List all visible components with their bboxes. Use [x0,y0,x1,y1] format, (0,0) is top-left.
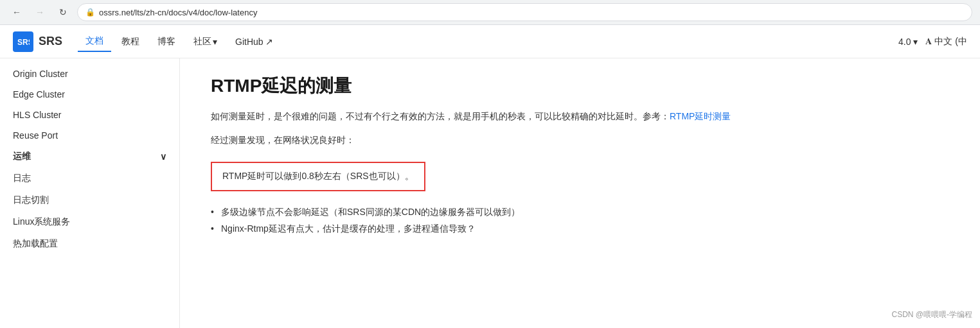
bullet-list: 多级边缘节点不会影响延迟（和SRS同源的某CDN的边缘服务器可以做到） Ngin… [211,204,949,237]
browser-chrome: ← → ↻ 🔒 ossrs.net/lts/zh-cn/docs/v4/doc/… [0,0,980,25]
sidebar-item-hot-reload[interactable]: 热加载配置 [0,233,179,255]
lang-text: 中文 (中 [934,36,967,47]
rtmp-link[interactable]: RTMP延时测量 [670,111,731,121]
page-title: RTMP延迟的测量 [211,74,949,98]
nav-right: 4.0 ▾ 𝐀 中文 (中 [898,36,967,47]
list-item: Nginx-Rtmp延迟有点大，估计是缓存的处理，多进程通信导致？ [211,221,949,237]
nav-github[interactable]: GitHub ↗ [227,33,281,51]
sidebar-section-ops[interactable]: 运维 ∨ [0,146,179,168]
sidebar-item-origin-cluster[interactable]: Origin Cluster [0,64,179,84]
srs-logo-icon: SRS [13,31,33,52]
nav-github-label: GitHub ↗ [235,37,273,47]
sub-text: 经过测量发现，在网络状况良好时： [211,135,949,146]
bullet-item-1: 多级边缘节点不会影响延迟（和SRS同源的某CDN的边缘服务器可以做到） [221,207,520,217]
back-button[interactable]: ← [8,3,26,21]
nav-blog[interactable]: 博客 [150,32,183,51]
sidebar-item-reuse-port[interactable]: Reuse Port [0,125,179,146]
watermark-text: CSDN @喂喂喂-学编程 [891,310,972,319]
logo-area: SRS SRS [13,31,62,52]
sidebar-section-ops-label: 运维 [13,151,31,162]
sidebar-item-logs[interactable]: 日志 [0,168,179,189]
address-text: ossrs.net/lts/zh-cn/docs/v4/doc/low-late… [99,8,257,17]
srs-svg: SRS [17,35,30,48]
translate-icon: 𝐀 [925,36,932,47]
dropdown-arrow-icon: ▾ [213,37,217,47]
nav-community[interactable]: 社区 ▾ [186,32,225,51]
intro-text-span: 如何测量延时，是个很难的问题，不过有个行之有效的方法，就是用手机的秒表，可以比较… [211,111,670,121]
sidebar-item-linux-service[interactable]: Linux系统服务 [0,211,179,233]
svg-text:SRS: SRS [17,38,30,47]
bullet-item-2: Nginx-Rtmp延迟有点大，估计是缓存的处理，多进程通信导致？ [221,223,476,234]
sidebar-item-edge-cluster[interactable]: Edge Cluster [0,84,179,105]
nav-community-label: 社区 [193,36,211,47]
sidebar-item-log-rotation[interactable]: 日志切割 [0,189,179,211]
sidebar: Origin Cluster Edge Cluster HLS Cluster … [0,58,180,328]
nav-links: 文档 教程 博客 社区 ▾ GitHub ↗ [78,31,281,52]
nav-tutorials[interactable]: 教程 [114,32,147,51]
address-bar[interactable]: 🔒 ossrs.net/lts/zh-cn/docs/v4/doc/low-la… [77,3,972,21]
version-arrow-icon: ▾ [913,37,918,47]
logo-text: SRS [39,35,62,48]
browser-toolbar: ← → ↻ 🔒 ossrs.net/lts/zh-cn/docs/v4/doc/… [0,0,980,24]
list-item: 多级边缘节点不会影响延迟（和SRS同源的某CDN的边缘服务器可以做到） [211,204,949,221]
watermark: CSDN @喂喂喂-学编程 [891,309,972,320]
expand-arrow-icon: ∨ [160,151,166,162]
version-text: 4.0 [898,37,911,47]
reload-button[interactable]: ↻ [54,3,72,21]
highlight-box: RTMP延时可以做到0.8秒左右（SRS也可以）。 [211,162,425,191]
lock-icon: 🔒 [85,8,95,17]
nav-docs[interactable]: 文档 [78,31,111,52]
highlight-text: RTMP延时可以做到0.8秒左右（SRS也可以）。 [222,171,414,181]
version-selector[interactable]: 4.0 ▾ [898,37,918,47]
forward-button[interactable]: → [31,3,49,21]
content-area: RTMP延迟的测量 如何测量延时，是个很难的问题，不过有个行之有效的方法，就是用… [180,58,980,328]
top-nav: SRS SRS 文档 教程 博客 社区 ▾ GitHub ↗ 4.0 ▾ 𝐀 中… [0,25,980,58]
language-selector[interactable]: 𝐀 中文 (中 [925,36,967,47]
main-layout: Origin Cluster Edge Cluster HLS Cluster … [0,58,980,328]
sidebar-item-hls-cluster[interactable]: HLS Cluster [0,105,179,125]
intro-paragraph: 如何测量延时，是个很难的问题，不过有个行之有效的方法，就是用手机的秒表，可以比较… [211,108,949,125]
